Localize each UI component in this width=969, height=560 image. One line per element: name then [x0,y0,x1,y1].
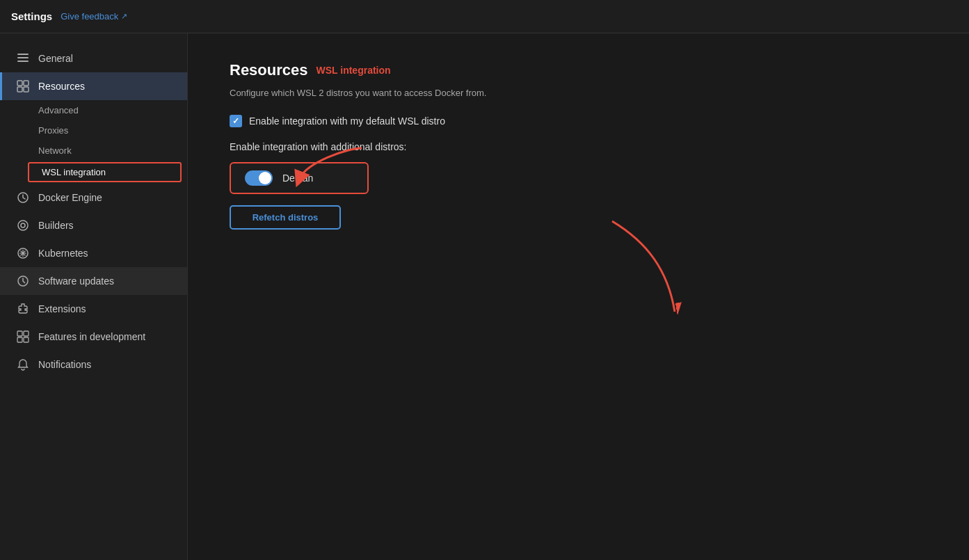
resources-label: Resources [38,81,85,92]
content-area: Resources WSL integration Configure whic… [188,33,969,560]
svg-rect-5 [24,81,29,86]
svg-rect-12 [17,331,22,336]
svg-point-9 [21,223,25,227]
software-updates-icon [16,274,30,288]
svg-rect-0 [17,54,29,55]
software-updates-label: Software updates [38,275,114,287]
general-label: General [38,53,73,64]
debian-toggle[interactable] [245,170,273,186]
default-wsl-checkbox-row: Enable integration with my default WSL d… [230,115,927,127]
sidebar-sub-item-advanced[interactable]: Advanced [0,100,187,120]
refetch-container: Refetch distros [230,205,927,230]
notifications-icon [16,358,30,371]
svg-rect-3 [17,81,22,86]
builders-icon [16,218,30,232]
feedback-label: Give feedback [61,11,118,22]
sidebar-item-docker-engine[interactable]: Docker Engine [0,184,187,211]
topbar: Settings Give feedback ↗ [0,0,969,33]
sidebar: General Resources Advanced Proxies Netwo… [0,33,188,560]
default-wsl-label: Enable integration with my default WSL d… [249,115,445,127]
debian-name: Debian [282,173,313,184]
default-wsl-checkbox[interactable] [230,115,242,127]
svg-rect-4 [17,87,22,92]
page-title: Settings [11,10,52,22]
page-description: Configure which WSL 2 distros you want t… [230,88,927,98]
give-feedback-link[interactable]: Give feedback ↗ [61,11,127,22]
refetch-distros-button[interactable]: Refetch distros [230,205,341,230]
sidebar-sub-item-wsl-integration[interactable]: WSL integration [28,162,182,182]
main-layout: General Resources Advanced Proxies Netwo… [0,33,969,560]
extensions-label: Extensions [38,303,86,314]
docker-engine-label: Docker Engine [38,192,102,203]
breadcrumb-tag: WSL integration [317,65,391,76]
features-in-development-label: Features in development [38,331,145,342]
resources-icon [16,79,30,93]
sidebar-sub-item-network[interactable]: Network [0,141,187,161]
kubernetes-label: Kubernetes [38,248,88,259]
sidebar-item-general[interactable]: General [0,45,187,72]
sidebar-item-builders[interactable]: Builders [0,211,187,239]
notifications-label: Notifications [38,359,91,370]
network-label: Network [38,145,72,156]
wsl-integration-label: WSL integration [42,167,106,177]
extensions-icon [16,302,30,316]
svg-point-8 [18,221,28,230]
svg-rect-14 [17,337,22,342]
arrow-annotation-2 [577,214,689,326]
content-title: Resources [230,61,308,79]
distro-section: Debian [230,162,369,194]
features-icon [16,330,30,344]
svg-rect-6 [24,87,29,92]
proxies-label: Proxies [38,125,68,136]
kubernetes-icon [16,246,30,260]
svg-rect-15 [24,337,29,342]
sidebar-sub-item-proxies[interactable]: Proxies [0,120,187,141]
sidebar-item-notifications[interactable]: Notifications [0,351,187,378]
advanced-label: Advanced [38,105,79,115]
sidebar-item-software-updates[interactable]: Software updates [0,267,187,295]
svg-rect-2 [17,61,29,62]
sidebar-item-kubernetes[interactable]: Kubernetes [0,239,187,267]
page-header: Resources WSL integration [230,61,927,79]
sidebar-item-features-in-development[interactable]: Features in development [0,323,187,351]
debian-distro-row[interactable]: Debian [230,162,369,194]
additional-distros-label: Enable integration with additional distr… [230,141,927,152]
general-icon [16,51,30,65]
sidebar-item-extensions[interactable]: Extensions [0,295,187,323]
svg-rect-13 [24,331,29,336]
svg-rect-1 [17,57,29,58]
external-link-icon: ↗ [121,12,127,21]
builders-label: Builders [38,220,74,231]
docker-engine-icon [16,191,30,205]
sidebar-item-resources[interactable]: Resources [0,72,187,100]
